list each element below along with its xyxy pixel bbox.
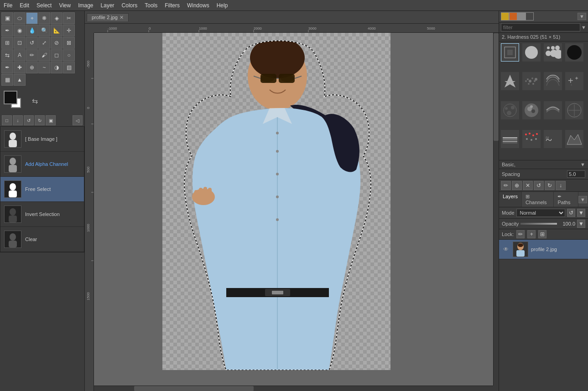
brush-swatch-7[interactable] (544, 72, 562, 90)
brush-swatch-11[interactable] (544, 101, 562, 119)
menu-image[interactable]: Image (74, 1, 97, 10)
collapse-panel-btn[interactable]: ◁ (73, 115, 83, 125)
menu-help[interactable]: Help (213, 1, 232, 10)
menu-view[interactable]: View (55, 1, 74, 10)
tool-fg-select[interactable]: ◉ (14, 25, 26, 36)
menu-edit[interactable]: Edit (16, 1, 33, 10)
tool-text[interactable]: A (14, 49, 26, 61)
brush-delete-btn[interactable]: ✕ (523, 181, 533, 190)
brush-panel-expand[interactable]: ▼ (578, 13, 586, 20)
tool-move[interactable]: ✛ (63, 25, 75, 36)
layer-item-0[interactable]: 👁 profile 2.jpg (499, 240, 588, 259)
tool-align[interactable]: ⊞ (1, 37, 13, 49)
redo-btn[interactable]: ↻ (35, 115, 45, 125)
layer-panel-expand[interactable]: ▼ (578, 196, 587, 203)
menu-tools[interactable]: Tools (141, 1, 161, 10)
brush-filter-arrow[interactable]: ▼ (580, 25, 586, 30)
tool-blend[interactable]: ▦ (1, 74, 13, 86)
tool-flip[interactable]: ⇆ (1, 49, 13, 61)
tool-shear[interactable]: ⊘ (51, 37, 62, 49)
menu-filters[interactable]: Filters (161, 1, 183, 10)
tool-pencil[interactable]: ✏ (26, 49, 38, 61)
brush-swatch-1[interactable] (501, 43, 519, 62)
brush-swatch-8[interactable]: + ✦ * (565, 72, 583, 90)
brush-edit-btn[interactable]: ✏ (501, 181, 511, 190)
tab-layers[interactable]: Layers (499, 192, 522, 207)
tool-free-select[interactable]: ⌖ (26, 12, 38, 24)
lock-all-btn[interactable]: ⊞ (538, 230, 546, 238)
brush-swatch-5[interactable] (501, 72, 519, 90)
brush-swatch-6[interactable] (522, 72, 541, 90)
category-arrow[interactable]: ▼ (580, 162, 585, 167)
brush-swatch-9[interactable] (501, 101, 519, 119)
menu-layer[interactable]: Layer (97, 1, 118, 10)
brush-color-2[interactable] (509, 12, 517, 21)
menu-windows[interactable]: Windows (183, 1, 213, 10)
mode-reset-btn[interactable]: ↺ (567, 209, 575, 217)
lock-paint-btn[interactable]: ✏ (516, 230, 525, 238)
tool-ellipse-select[interactable]: ⬭ (14, 12, 26, 24)
scrollbar-vertical[interactable] (493, 33, 499, 391)
brush-swatch-12[interactable] (565, 101, 583, 119)
context-item-free-select[interactable]: Free Select (0, 177, 84, 202)
menu-file[interactable]: File (0, 1, 16, 10)
tool-crop[interactable]: ⊡ (14, 37, 26, 49)
opacity-extra-btn[interactable]: ▼ (577, 220, 585, 228)
tool-airbrush[interactable]: ○ (63, 49, 75, 61)
mode-extra-btn[interactable]: ▼ (577, 209, 585, 217)
tool-scissors[interactable]: ✂ (63, 12, 75, 24)
brush-swatch-14[interactable] (522, 130, 541, 148)
brush-swatch-10[interactable] (522, 101, 541, 119)
tool-select-by-color[interactable]: ◈ (51, 12, 62, 24)
brush-color-3[interactable] (517, 12, 526, 21)
context-item-alpha[interactable]: Add Alpha Channel (0, 152, 84, 177)
layer-visibility-0[interactable]: 👁 (502, 245, 510, 253)
brush-color-4[interactable] (526, 12, 534, 21)
tab-paths[interactable]: ✒ Paths (554, 192, 578, 207)
context-item-invert[interactable]: Invert Selection (0, 202, 84, 227)
foreground-color[interactable] (4, 91, 17, 104)
brush-swatch-16[interactable] (565, 130, 583, 148)
lock-panel-btn[interactable]: ▣ (46, 115, 56, 125)
canvas-tab[interactable]: profile 2.jpg ✕ (87, 13, 129, 21)
tool-fuzzy-select[interactable]: ❋ (38, 12, 50, 24)
brush-color-1[interactable] (501, 12, 509, 21)
tool-ink[interactable]: ✒ (1, 62, 13, 73)
brush-swatch-15[interactable]: ~ ≈ (544, 130, 562, 148)
tool-smudge[interactable]: ~ (38, 62, 50, 73)
tool-paintbrush[interactable]: 🖌 (38, 49, 50, 61)
spacing-value-input[interactable] (567, 170, 585, 178)
tool-measure[interactable]: 📐 (51, 25, 62, 36)
tool-perspective[interactable]: ⊠ (63, 37, 75, 49)
tool-clone[interactable]: ⊕ (26, 62, 38, 73)
swap-colors-icon[interactable]: ⇆ (32, 97, 38, 105)
menu-colors[interactable]: Colors (118, 1, 141, 10)
brush-swatch-3[interactable] (544, 43, 562, 62)
context-item-base-image[interactable]: [ Base Image ] (0, 127, 84, 152)
undo-btn[interactable]: ↺ (24, 115, 34, 125)
brush-export-btn[interactable]: ↓ (556, 181, 566, 190)
tool-paths[interactable]: ✒ (1, 25, 13, 36)
brush-filter-input[interactable] (501, 23, 580, 31)
tool-scale[interactable]: ⤢ (38, 37, 50, 49)
tab-close-btn[interactable]: ✕ (120, 15, 124, 21)
brush-swatch-4[interactable] (565, 43, 583, 62)
brush-add-btn[interactable]: ⊕ (512, 181, 522, 190)
tool-dodge-burn[interactable]: ◑ (51, 62, 62, 73)
brush-swatch-13[interactable] (501, 130, 519, 148)
lock-move-btn[interactable]: + (527, 230, 536, 238)
mode-select[interactable]: Normal Multiply Screen Overlay (516, 209, 565, 217)
tool-options[interactable]: ▲ (14, 74, 26, 86)
brush-refresh-btn[interactable]: ↻ (545, 181, 555, 190)
tool-eraser[interactable]: ◻ (51, 49, 62, 61)
tool-color-picker[interactable]: 💧 (26, 25, 38, 36)
tool-bucket[interactable]: ▧ (63, 62, 75, 73)
opacity-slider[interactable] (520, 223, 557, 225)
brush-reset-btn[interactable]: ↺ (534, 181, 544, 190)
context-item-clear[interactable]: Clear (0, 227, 84, 252)
menu-select[interactable]: Select (33, 1, 55, 10)
tool-heal[interactable]: ✚ (14, 62, 26, 73)
scrollbar-horizontal[interactable] (94, 386, 493, 391)
brush-swatch-2[interactable] (522, 43, 541, 62)
tool-rotate[interactable]: ↺ (26, 37, 38, 49)
